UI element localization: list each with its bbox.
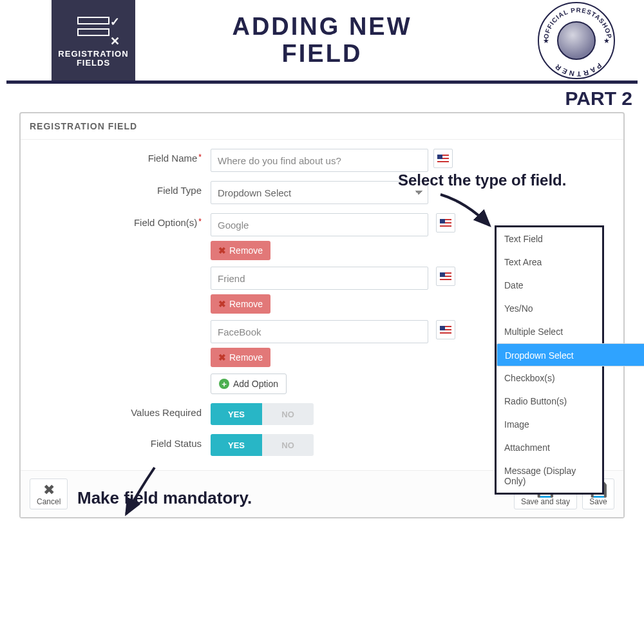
plus-icon: +: [219, 379, 229, 389]
close-icon: ✖: [218, 352, 226, 363]
field-type-option[interactable]: Message (Display Only): [497, 459, 602, 493]
arrow-icon: [117, 464, 162, 522]
field-type-option[interactable]: Date: [497, 274, 602, 297]
field-type-option[interactable]: Image: [497, 413, 602, 436]
flag-us-icon: [440, 272, 451, 280]
field-type-option[interactable]: Dropdown Select: [497, 343, 644, 366]
field-type-option[interactable]: Radio Button(s): [497, 390, 602, 413]
field-name-input[interactable]: [211, 149, 428, 172]
field-type-select[interactable]: Dropdown Select: [211, 181, 428, 204]
field-type-option[interactable]: Checkbox(s): [497, 366, 602, 390]
toggle-no[interactable]: NO: [262, 403, 314, 425]
flag-us-icon: [440, 326, 451, 334]
field-type-dropdown-list: Text FieldText AreaDateYes/NoMultiple Se…: [495, 225, 604, 495]
partner-badge: OFFICIAL PRESTASHOP PARTNER ★ ★: [535, 0, 618, 80]
field-type-option[interactable]: Text Area: [497, 251, 602, 274]
field-type-option[interactable]: Text Field: [497, 227, 602, 251]
lang-flag-button[interactable]: [436, 267, 455, 286]
field-type-option[interactable]: Yes/No: [497, 297, 602, 320]
field-type-option[interactable]: Attachment: [497, 436, 602, 459]
module-badge: ✓✕ REGISTRATIONFIELDS: [52, 0, 135, 80]
option-input-0[interactable]: [211, 213, 428, 236]
option-input-1[interactable]: [211, 267, 428, 290]
toggle-yes[interactable]: YES: [211, 434, 262, 456]
page-title: ADDING NEWFIELD: [232, 14, 412, 68]
values-required-label: Values Required: [33, 403, 211, 418]
panel-heading: REGISTRATION FIELD: [21, 113, 623, 140]
remove-option-button[interactable]: ✖Remove: [211, 348, 270, 367]
registration-field-panel: REGISTRATION FIELD Field Name* Field Typ…: [19, 112, 625, 518]
arrow-icon: [434, 189, 498, 234]
close-icon: ✖: [218, 299, 226, 309]
flag-us-icon: [437, 155, 449, 162]
field-status-label: Field Status: [33, 434, 211, 449]
header-banner: ✓✕ REGISTRATIONFIELDS ADDING NEWFIELD OF…: [0, 0, 644, 80]
lang-flag-button[interactable]: [433, 149, 453, 168]
add-option-button[interactable]: +Add Option: [211, 374, 287, 394]
part-label: PART 2: [0, 84, 644, 112]
toggle-yes[interactable]: YES: [211, 403, 262, 425]
cancel-button[interactable]: ✖ Cancel: [30, 478, 68, 509]
remove-option-button[interactable]: ✖Remove: [211, 241, 270, 260]
close-icon: ✖: [43, 483, 55, 497]
option-input-2[interactable]: [211, 320, 428, 343]
field-type-option[interactable]: Multiple Select: [497, 320, 602, 343]
svg-text:PARTNER: PARTNER: [553, 61, 603, 77]
lang-flag-button[interactable]: [436, 320, 455, 339]
annotation-mandatory: Make field mandatory.: [77, 488, 252, 508]
field-name-label: Field Name*: [33, 149, 211, 164]
annotation-select-type: Select the type of field.: [398, 171, 604, 189]
values-required-toggle[interactable]: YES NO: [211, 403, 314, 425]
close-icon: ✖: [218, 245, 226, 256]
remove-option-button[interactable]: ✖Remove: [211, 294, 270, 314]
field-options-label: Field Option(s)*: [33, 213, 211, 228]
field-status-toggle[interactable]: YES NO: [211, 434, 314, 456]
toggle-no[interactable]: NO: [262, 434, 314, 456]
field-type-label: Field Type: [33, 181, 211, 196]
svg-text:OFFICIAL PRESTASHOP: OFFICIAL PRESTASHOP: [542, 6, 613, 39]
